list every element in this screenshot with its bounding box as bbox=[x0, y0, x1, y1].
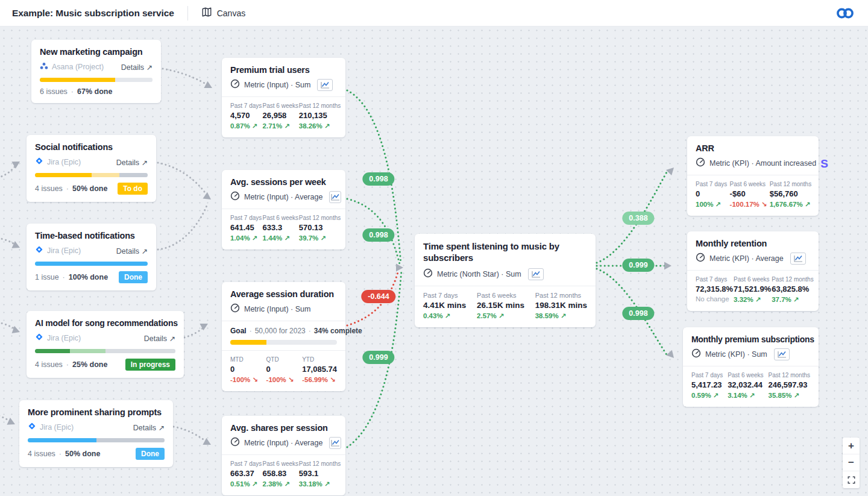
metric-card-avg-sessions[interactable]: Avg. sessions per week Metric (Input) · … bbox=[222, 170, 345, 250]
tab-canvas[interactable]: Canvas bbox=[201, 7, 245, 19]
progress-bar bbox=[35, 262, 148, 266]
metric-meta: Metric (Input) · Sum bbox=[244, 305, 310, 313]
status-badge: Done bbox=[119, 271, 148, 283]
work-card-time-based-notifications[interactable]: Time-based notifications Jira (Epic) Det… bbox=[27, 224, 156, 290]
chart-icon[interactable] bbox=[329, 437, 341, 449]
metric-card-monthly-subscriptions[interactable]: Monthly premium subscriptions Metric (KP… bbox=[683, 327, 819, 407]
stripe-icon: S bbox=[820, 158, 828, 169]
map-icon bbox=[201, 7, 212, 19]
done-percent: 100% done bbox=[69, 273, 108, 281]
gauge-icon bbox=[230, 303, 240, 315]
gauge-icon bbox=[696, 253, 705, 265]
work-card-social-notifications[interactable]: Social notifications Jira (Epic) Details… bbox=[27, 135, 156, 202]
edge-correlation-badge[interactable]: 0.999 bbox=[362, 351, 394, 364]
work-card-new-marketing-campaign[interactable]: New marketing campaign Asana (Project) D… bbox=[31, 40, 161, 103]
metric-title: Premium trial users bbox=[230, 65, 337, 75]
gauge-icon bbox=[696, 157, 705, 169]
edge-correlation-badge[interactable]: 0.999 bbox=[622, 259, 654, 272]
gauge-icon bbox=[230, 191, 240, 203]
metric-meta: Metric (North Star) · Sum bbox=[437, 270, 521, 278]
issues-count: 4 issues bbox=[28, 450, 55, 458]
done-percent: 67% done bbox=[77, 87, 112, 96]
zoom-in-button[interactable]: + bbox=[843, 438, 860, 454]
metric-meta: Metric (Input) · Sum bbox=[244, 81, 310, 89]
metric-card-premium-trial-users[interactable]: Premium trial users Metric (Input) · Sum… bbox=[222, 58, 345, 137]
asana-icon bbox=[40, 61, 48, 72]
metric-card-avg-shares[interactable]: Avg. shares per session Metric (Input) ·… bbox=[222, 416, 345, 495]
metric-title: Monthly retention bbox=[696, 239, 810, 248]
metric-card-session-duration[interactable]: Average session duration Metric (Input) … bbox=[222, 282, 345, 391]
edge-correlation-badge[interactable]: 0.998 bbox=[362, 228, 394, 242]
work-card-title: Social notifications bbox=[35, 142, 148, 152]
metric-title: Time spent listening to music by subscri… bbox=[423, 241, 586, 264]
page-title: Example: Music subscription service bbox=[12, 8, 174, 19]
jira-icon bbox=[28, 422, 36, 433]
metric-title: Monthly premium subscriptions bbox=[691, 334, 810, 344]
gauge-icon bbox=[230, 437, 240, 449]
doubleloop-logo[interactable] bbox=[835, 6, 855, 23]
status-badge: To do bbox=[118, 183, 148, 195]
top-bar: Example: Music subscription service Canv… bbox=[0, 0, 868, 27]
details-link[interactable]: Details ↗ bbox=[121, 63, 153, 72]
issues-count: 1 issue bbox=[35, 273, 59, 281]
status-badge: In progress bbox=[125, 359, 175, 371]
progress-bar bbox=[28, 438, 165, 442]
done-percent: 25% done bbox=[72, 360, 107, 369]
fit-view-button[interactable] bbox=[843, 471, 860, 488]
source-label: Jira (Epic) bbox=[47, 158, 81, 166]
zoom-out-button[interactable]: − bbox=[843, 454, 860, 471]
chart-icon[interactable] bbox=[329, 191, 341, 203]
progress-bar bbox=[40, 78, 153, 82]
metric-meta: Metric (KPI) · Sum bbox=[705, 350, 767, 359]
header-divider bbox=[187, 6, 188, 20]
work-card-ai-model[interactable]: AI model for song recommendations Jira (… bbox=[27, 311, 184, 378]
issues-count: 6 issues bbox=[40, 87, 68, 96]
status-badge: Done bbox=[136, 448, 165, 460]
details-link[interactable]: Details ↗ bbox=[144, 334, 175, 343]
work-card-sharing-prompts[interactable]: More prominent sharing prompts Jira (Epi… bbox=[19, 400, 173, 467]
jira-icon bbox=[35, 333, 43, 344]
goal-progress-bar bbox=[230, 340, 337, 345]
work-card-title: Time-based notifications bbox=[35, 231, 148, 240]
details-link[interactable]: Details ↗ bbox=[116, 158, 148, 167]
issues-count: 4 issues bbox=[35, 184, 63, 193]
gauge-icon bbox=[423, 268, 433, 280]
done-percent: 50% done bbox=[72, 184, 107, 193]
metric-title: Avg. shares per session bbox=[230, 423, 337, 433]
gauge-icon bbox=[691, 348, 701, 360]
edge-correlation-badge[interactable]: 0.388 bbox=[622, 212, 654, 225]
metric-title: Average session duration bbox=[230, 289, 337, 299]
metric-card-arr[interactable]: ARR Metric (KPI) · Amount increased S Pa… bbox=[687, 136, 819, 216]
source-label: Jira (Epic) bbox=[47, 334, 81, 342]
details-link[interactable]: Details ↗ bbox=[116, 246, 148, 256]
source-label: Asana (Project) bbox=[52, 63, 104, 71]
details-link[interactable]: Details ↗ bbox=[133, 423, 165, 432]
source-label: Jira (Epic) bbox=[47, 246, 81, 255]
metric-card-north-star[interactable]: Time spent listening to music by subscri… bbox=[415, 234, 596, 327]
source-label: Jira (Epic) bbox=[40, 423, 74, 432]
gauge-icon bbox=[230, 79, 240, 91]
chart-icon[interactable] bbox=[317, 79, 333, 91]
metric-card-monthly-retention[interactable]: Monthly retention Metric (KPI) · Average… bbox=[687, 231, 819, 311]
work-card-title: New marketing campaign bbox=[40, 47, 153, 57]
work-card-title: More prominent sharing prompts bbox=[28, 407, 165, 417]
edge-correlation-badge[interactable]: -0.644 bbox=[361, 290, 395, 303]
chart-icon[interactable] bbox=[774, 348, 790, 360]
chart-icon[interactable] bbox=[528, 268, 544, 280]
metric-meta: Metric (Input) · Average bbox=[244, 439, 322, 447]
progress-bar bbox=[35, 349, 175, 353]
metric-meta: Metric (Input) · Average bbox=[244, 193, 322, 201]
edge-correlation-badge[interactable]: 0.998 bbox=[622, 307, 654, 320]
metric-meta: Metric (KPI) · Amount increased bbox=[709, 159, 816, 168]
canvas[interactable]: New marketing campaign Asana (Project) D… bbox=[0, 27, 868, 496]
chart-icon[interactable] bbox=[790, 253, 806, 265]
metric-meta: Metric (KPI) · Average bbox=[709, 254, 784, 263]
metric-title: Avg. sessions per week bbox=[230, 177, 337, 187]
jira-icon bbox=[35, 157, 43, 168]
jira-icon bbox=[35, 245, 43, 256]
metric-title: ARR bbox=[696, 143, 810, 153]
tab-canvas-label: Canvas bbox=[217, 8, 245, 18]
edge-correlation-badge[interactable]: 0.998 bbox=[362, 172, 394, 186]
progress-bar bbox=[35, 173, 148, 177]
issues-count: 4 issues bbox=[35, 360, 63, 369]
